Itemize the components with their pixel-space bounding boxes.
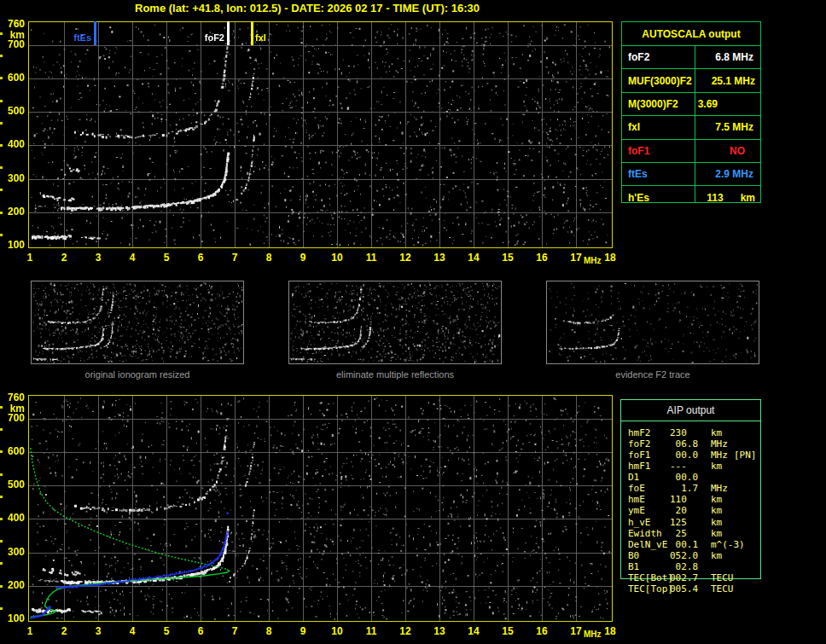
ruler-tick xyxy=(0,100,3,102)
aip-row-label: h_vE xyxy=(628,518,651,527)
autoscala-row-label: h'Es xyxy=(622,192,689,204)
ruler-tick xyxy=(0,518,3,520)
ruler-tick xyxy=(0,212,3,214)
aip-row-unit: TECU xyxy=(711,573,734,583)
thumbnail-eliminate-reflections xyxy=(288,281,502,364)
aip-row-unit: MHz xyxy=(711,484,728,493)
x-tick-label: 13 xyxy=(429,252,450,264)
x-tick-label: 15 xyxy=(497,252,518,264)
y-tick-label: 600 xyxy=(1,73,25,84)
thumbnail-caption-evidence: evidence F2 trace xyxy=(546,369,759,380)
thumbnail-original-ionogram xyxy=(31,281,244,364)
x-tick-label: 9 xyxy=(293,252,313,264)
aip-row-label: TEC[Bot] xyxy=(628,573,673,583)
y-tick-label: 400 xyxy=(1,513,25,524)
aip-row-label: foF2 xyxy=(628,439,651,449)
aip-row-label: B1 xyxy=(628,562,639,571)
x-axis-unit-label: MHz xyxy=(584,629,602,639)
x-tick-label: 15 xyxy=(497,625,518,637)
marker-label-fof2: foF2 xyxy=(199,32,224,43)
aip-row-unit: km xyxy=(711,428,722,438)
x-tick-label: 18 xyxy=(600,252,620,264)
autoscala-row: foF1NO xyxy=(622,140,760,163)
thumbnail-original-canvas xyxy=(32,281,243,363)
aip-row-label: hmE xyxy=(628,495,645,504)
thumbnail-caption-original: original ionogram resized xyxy=(31,369,244,380)
aip-row-note: [PN] xyxy=(734,450,757,460)
aip-row-value: 20 xyxy=(670,506,687,515)
ruler-tick xyxy=(0,144,3,147)
aip-row-unit: MHz xyxy=(711,439,728,449)
aip-row-value: 1.7 xyxy=(670,484,698,493)
ruler-tick xyxy=(0,473,3,476)
autoscala-row: fxI7.5 MHz xyxy=(622,116,760,139)
aip-row-label: D1 xyxy=(628,473,639,482)
autoscala-row-value: 6.8 MHz xyxy=(689,51,760,63)
autoscala-row-value: 25.1 MHz xyxy=(689,75,760,87)
y-tick-label: 500 xyxy=(1,106,25,117)
marker-line-fxi xyxy=(251,21,253,45)
top-ionogram-canvas xyxy=(29,22,612,247)
aip-row-label: Ewidth xyxy=(628,529,662,538)
aip-row-label: hmF2 xyxy=(628,428,651,438)
aip-row-unit: km xyxy=(711,495,722,504)
aip-row-unit: TECU xyxy=(711,584,734,594)
x-tick-label: 6 xyxy=(190,252,211,264)
autoscala-row-value: NO xyxy=(689,145,760,157)
y-tick-label: 100 xyxy=(1,240,25,251)
aip-row-value: 110 xyxy=(670,495,687,504)
ruler-tick xyxy=(0,428,3,431)
aip-row-label: hmF1 xyxy=(628,461,651,471)
thumbnail-caption-eliminate: eliminate multiple reflections xyxy=(288,369,502,380)
aip-row-unit: m^(-3) xyxy=(711,540,745,549)
aip-row-value: 02.8 xyxy=(670,562,698,571)
autoscala-row-label: fxI xyxy=(622,121,689,133)
x-tick-label: 6 xyxy=(190,625,211,637)
autoscala-row-label: M(3000)F2 xyxy=(622,98,689,110)
y-tick-label: 700 xyxy=(1,413,25,424)
aip-row-unit: MHz xyxy=(711,450,728,460)
x-tick-label: 11 xyxy=(361,252,381,264)
aip-row-label: foF1 xyxy=(628,450,651,460)
ruler-tick xyxy=(0,450,3,453)
aip-row-value: 06.8 xyxy=(670,439,698,449)
ruler-tick xyxy=(0,32,3,35)
autoscala-row-label: foF1 xyxy=(622,145,689,157)
autoscala-row-label: MUF(3000)F2 xyxy=(622,75,689,87)
aip-row-label: DelN_vE xyxy=(628,540,667,549)
aip-row-value: --- xyxy=(670,461,687,471)
aip-row-label: foE xyxy=(628,484,645,493)
x-tick-label: 10 xyxy=(327,625,347,637)
x-tick-label: 14 xyxy=(463,625,484,637)
x-tick-label: 4 xyxy=(122,625,143,637)
aip-row-unit: km xyxy=(711,518,722,527)
autoscala-row: M(3000)F23.69 xyxy=(622,93,760,116)
autoscala-row: ftEs2.9 MHz xyxy=(622,163,760,186)
y-tick-label: 500 xyxy=(1,479,25,490)
marker-label-fxi: fxI xyxy=(255,32,281,43)
x-tick-label: 7 xyxy=(224,252,245,264)
aip-row-value: 005.4 xyxy=(670,584,698,594)
y-tick-label: 300 xyxy=(1,547,25,558)
ruler-tick xyxy=(0,55,3,57)
x-tick-label: 12 xyxy=(395,252,416,264)
aip-row-value: 00.0 xyxy=(670,473,698,482)
ruler-tick xyxy=(0,496,3,498)
x-tick-label: 2 xyxy=(54,625,74,637)
ruler-tick xyxy=(0,406,3,409)
ruler-tick xyxy=(0,77,3,79)
ruler-tick xyxy=(0,540,3,542)
autoscala-row: h'Es113 km xyxy=(622,186,760,208)
autoscala-row-label: ftEs xyxy=(622,168,689,180)
ruler-tick xyxy=(0,189,3,191)
aip-row-value: 052.0 xyxy=(670,551,698,560)
ruler-tick xyxy=(0,585,3,588)
page-title: Rome (lat: +41.8, lon: 012.5) - DATE: 20… xyxy=(0,2,614,15)
autoscala-row-value: 113 km xyxy=(689,192,760,204)
y-tick-label: 200 xyxy=(1,580,25,591)
x-tick-label: 11 xyxy=(361,625,381,637)
autoscala-column-divider xyxy=(695,45,695,202)
x-tick-label: 2 xyxy=(54,252,74,264)
ruler-tick xyxy=(0,166,3,169)
aip-row-value: 25 xyxy=(670,529,687,538)
